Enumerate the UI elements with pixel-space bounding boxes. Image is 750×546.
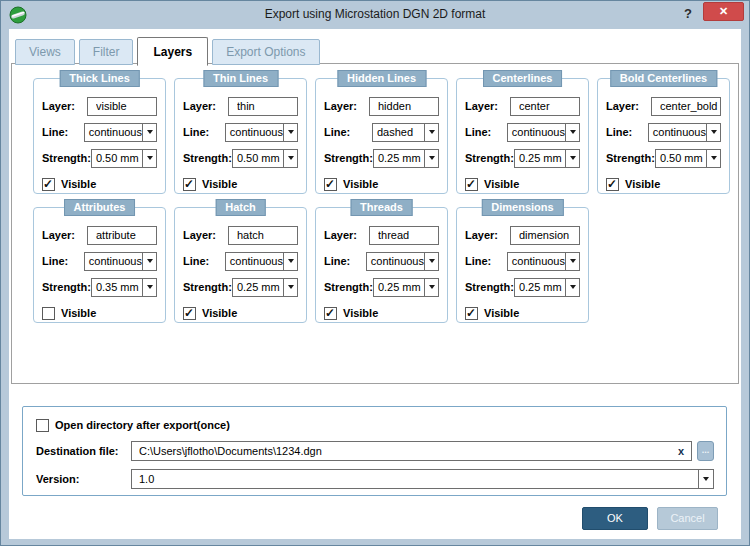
group-title: Dimensions xyxy=(481,199,563,216)
visible-checkbox[interactable] xyxy=(42,178,55,191)
chevron-down-icon[interactable] xyxy=(565,253,579,270)
layer-input[interactable] xyxy=(369,226,439,245)
visible-checkbox[interactable] xyxy=(42,307,55,320)
group-hidden-lines: Hidden Lines Layer: Line: dashed Strengt… xyxy=(315,78,448,194)
destination-file-input[interactable] xyxy=(132,443,678,459)
group-centerlines: Centerlines Layer: Line: continuous Stre… xyxy=(456,78,589,194)
layer-input[interactable] xyxy=(228,97,298,116)
help-icon[interactable]: ? xyxy=(679,5,697,23)
visible-checkbox[interactable] xyxy=(183,307,196,320)
layer-input[interactable] xyxy=(510,226,580,245)
group-title: Thick Lines xyxy=(59,70,140,87)
chevron-down-icon[interactable] xyxy=(283,279,297,296)
tab-export-options[interactable]: Export Options xyxy=(212,39,319,65)
chevron-down-icon[interactable] xyxy=(283,124,297,141)
group-title: Attributes xyxy=(64,199,136,216)
ok-button[interactable]: OK xyxy=(582,507,648,530)
visible-checkbox[interactable] xyxy=(606,178,619,191)
strength-select[interactable]: 0.25 mm xyxy=(373,278,439,297)
line-select[interactable]: continuous xyxy=(225,123,298,142)
chevron-down-icon[interactable] xyxy=(565,279,579,296)
line-select[interactable]: continuous xyxy=(225,252,298,271)
strength-select[interactable]: 0.25 mm xyxy=(514,149,580,168)
chevron-down-icon[interactable] xyxy=(424,124,438,141)
tab-views[interactable]: Views xyxy=(15,39,75,65)
line-label: Line: xyxy=(183,126,225,138)
version-value: 1.0 xyxy=(132,470,698,488)
export-settings-panel: Open directory after export(once) Destin… xyxy=(22,406,727,496)
strength-label: Strength: xyxy=(183,281,232,293)
chevron-down-icon[interactable] xyxy=(424,253,438,270)
layer-label: Layer: xyxy=(324,100,369,112)
clear-input-icon[interactable]: x xyxy=(678,445,684,457)
chevron-down-icon[interactable] xyxy=(283,253,297,270)
layer-input[interactable] xyxy=(228,226,298,245)
chevron-down-icon[interactable] xyxy=(424,279,438,296)
visible-label: Visible xyxy=(61,307,96,319)
line-label: Line: xyxy=(324,255,366,267)
visible-checkbox[interactable] xyxy=(324,178,337,191)
group-thin-lines: Thin Lines Layer: Line: continuous Stren… xyxy=(174,78,307,194)
layer-input[interactable] xyxy=(651,97,721,116)
line-label: Line: xyxy=(183,255,225,267)
line-select[interactable]: continuous xyxy=(507,123,580,142)
browse-button[interactable]: ... xyxy=(697,441,714,461)
open-directory-label: Open directory after export(once) xyxy=(55,419,230,431)
strength-label: Strength: xyxy=(324,281,373,293)
strength-select[interactable]: 0.35 mm xyxy=(91,278,157,297)
chevron-down-icon[interactable] xyxy=(142,150,156,167)
chevron-down-icon[interactable] xyxy=(706,150,720,167)
chevron-down-icon[interactable] xyxy=(142,279,156,296)
line-label: Line: xyxy=(42,255,84,267)
tab-filter[interactable]: Filter xyxy=(79,39,134,65)
strength-label: Strength: xyxy=(42,152,91,164)
dialog-buttons: OK Cancel xyxy=(9,507,718,530)
cancel-button[interactable]: Cancel xyxy=(657,507,718,530)
layer-input[interactable] xyxy=(510,97,580,116)
line-label: Line: xyxy=(324,126,372,138)
line-select[interactable]: continuous xyxy=(84,252,157,271)
group-threads: Threads Layer: Line: continuous Strength… xyxy=(315,207,448,323)
layer-label: Layer: xyxy=(465,100,510,112)
line-select[interactable]: continuous xyxy=(366,252,439,271)
tab-layers[interactable]: Layers xyxy=(137,37,208,66)
visible-checkbox[interactable] xyxy=(324,307,337,320)
group-title: Thin Lines xyxy=(203,70,278,87)
chevron-down-icon[interactable] xyxy=(142,253,156,270)
title-bar[interactable]: Export using Microstation DGN 2D format … xyxy=(1,1,749,29)
line-select[interactable]: dashed xyxy=(372,123,439,142)
chevron-down-icon[interactable] xyxy=(565,124,579,141)
chevron-down-icon[interactable] xyxy=(142,124,156,141)
destination-file-field[interactable]: x xyxy=(131,441,692,461)
line-select[interactable]: continuous xyxy=(84,123,157,142)
strength-select[interactable]: 0.25 mm xyxy=(232,278,298,297)
strength-select[interactable]: 0.25 mm xyxy=(514,278,580,297)
strength-label: Strength: xyxy=(42,281,91,293)
visible-checkbox[interactable] xyxy=(183,178,196,191)
visible-checkbox[interactable] xyxy=(465,307,478,320)
visible-label: Visible xyxy=(61,178,96,190)
chevron-down-icon[interactable] xyxy=(283,150,297,167)
strength-select[interactable]: 0.50 mm xyxy=(91,149,157,168)
layer-input[interactable] xyxy=(369,97,439,116)
close-icon[interactable]: ✕ xyxy=(703,2,744,21)
strength-select[interactable]: 0.25 mm xyxy=(373,149,439,168)
visible-checkbox[interactable] xyxy=(465,178,478,191)
open-directory-checkbox[interactable] xyxy=(36,419,49,432)
chevron-down-icon[interactable] xyxy=(424,150,438,167)
chevron-down-icon[interactable] xyxy=(565,150,579,167)
chevron-down-icon[interactable] xyxy=(706,124,720,141)
layer-label: Layer: xyxy=(183,229,228,241)
line-select[interactable]: continuous xyxy=(648,123,721,142)
strength-select[interactable]: 0.50 mm xyxy=(232,149,298,168)
layer-input[interactable] xyxy=(87,226,157,245)
visible-label: Visible xyxy=(625,178,660,190)
strength-select[interactable]: 0.50 mm xyxy=(655,149,721,168)
layer-input[interactable] xyxy=(87,97,157,116)
line-select[interactable]: continuous xyxy=(507,252,580,271)
layer-label: Layer: xyxy=(183,100,228,112)
version-select[interactable]: 1.0 xyxy=(131,469,714,489)
window-title: Export using Microstation DGN 2D format xyxy=(1,1,749,28)
group-thick-lines: Thick Lines Layer: Line: continuous Stre… xyxy=(33,78,166,194)
chevron-down-icon[interactable] xyxy=(698,470,713,488)
